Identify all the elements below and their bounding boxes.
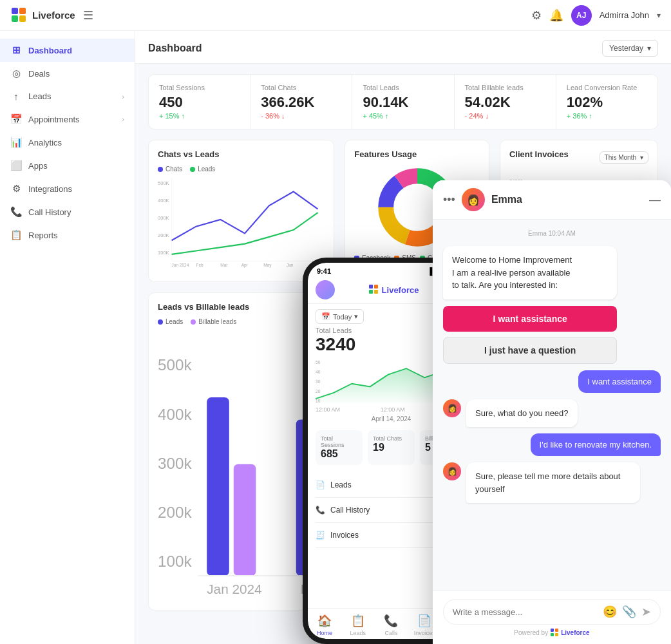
stat-value: 90.14K [363,94,443,111]
powered-by-text: Powered by [514,629,548,636]
stat-change: + 15% ↑ [159,112,240,120]
chat-widget: ••• 👩 Emma — Emma 10:04 AM Welcome to Ho… [433,180,671,644]
svg-text:Jan 2024: Jan 2024 [172,263,189,267]
bell-icon[interactable]: 🔔 [549,8,563,23]
chat-agent-name: Emma [491,194,522,205]
svg-text:Apr: Apr [241,263,249,268]
logo-text: Liveforce [32,10,75,21]
chevron-down-icon[interactable]: ▾ [657,11,661,20]
chat-footer: 😊 📎 ➤ Powered by Liveforce [433,591,671,644]
calls-nav-icon: 📞 [384,614,398,628]
svg-text:300K: 300K [158,215,169,221]
sidebar-item-label: Analytics [28,138,62,147]
apps-icon: ⬜ [10,160,22,171]
phone-nav-leads[interactable]: 📋 Leads [341,614,375,636]
invoices-nav-icon: 📄 [417,614,431,628]
date-label: This Month [605,154,636,161]
svg-rect-44 [234,464,256,576]
emoji-icon[interactable]: 😊 [603,605,617,619]
date-selector[interactable]: Yesterday ▾ [602,40,658,57]
callhistory-icon: 📞 [10,206,22,218]
svg-rect-57 [374,285,378,289]
appointments-icon: 📅 [10,113,22,125]
attachment-icon[interactable]: 📎 [622,605,636,619]
phone-nav-calls[interactable]: 📞 Calls [375,614,408,636]
just-question-button[interactable]: I just have a question [443,337,617,364]
date-selector-label: Yesterday [609,44,643,53]
hamburger-icon[interactable]: ☰ [83,8,93,23]
phone-user-avatar [316,280,335,299]
stat-value: 102% [567,94,647,111]
sidebar-item-reports[interactable]: 📋 Reports [0,223,135,247]
sidebar-item-label: Leads [28,91,51,101]
page-title: Dashboard [148,43,202,54]
menu-item-label: Leads [330,480,352,489]
chart-title: Chats vs Leads [158,149,325,159]
phone-logo-icon [369,285,379,295]
chat-bubble-welcome: Welcome to Home Improvement I am a real-… [443,246,617,299]
phone-nav-home[interactable]: 🏠 Home [308,614,341,636]
line-chart-svg: 500K 400K 300K 200K 100K Jan 2024 Feb Ma… [158,178,325,268]
send-icon[interactable]: ➤ [641,605,651,619]
svg-rect-0 [12,8,18,14]
sidebar-item-dashboard[interactable]: ⊞ Dashboard [0,39,135,62]
chat-options-icon[interactable]: ••• [443,193,455,207]
stat-value: 54.02K [465,94,545,111]
stat-cards-row: Total Sessions 450 + 15% ↑ Total Chats 3… [148,74,658,129]
menu-item-left: 🧾 Invoices [316,531,359,540]
user-message-1: I want assistance [578,370,661,393]
svg-text:100k: 100k [158,553,192,570]
svg-rect-67 [555,629,558,632]
agent-small-avatar-2: 👩 [443,462,461,480]
stat-card-conversion: Lead Conversion Rate 102% + 36% ↑ [556,75,657,129]
svg-text:200k: 200k [158,504,192,521]
user-name: Admirra John [600,10,649,20]
stat-change: + 36% ↑ [567,112,647,120]
sidebar-item-leads[interactable]: ↑ Leads › [0,85,135,108]
stat-label: Total Chats [373,435,410,442]
stat-card-leads: Total Leads 90.14K + 45% ↑ [352,75,454,129]
sidebar-item-deals[interactable]: ◎ Deals [0,62,135,85]
sidebar-item-analytics[interactable]: 📊 Analytics [0,131,135,154]
main-content: Dashboard Yesterday ▾ Total Sessions 450… [135,31,671,644]
minimize-icon[interactable]: — [649,193,661,207]
invoice-icon: 🧾 [316,531,325,540]
liveforce-logo-small [551,629,558,636]
phone-date-label: Today [333,313,352,321]
svg-text:500k: 500k [158,356,192,374]
stat-card-chats: Total Chats 366.26K - 36% ↓ [250,75,352,129]
svg-text:Mar: Mar [220,263,228,267]
want-assistance-button[interactable]: I want assistance [443,306,617,332]
menu-item-left: 📄 Leads [316,480,352,489]
main-layout: ⊞ Dashboard ◎ Deals ↑ Leads › 📅 Appointm… [0,31,671,644]
stat-value: 450 [159,94,240,111]
chat-input[interactable] [453,607,598,617]
chat-header: ••• 👩 Emma — [433,180,671,220]
svg-text:Feb: Feb [196,263,203,267]
svg-text:100K: 100K [158,250,169,256]
svg-rect-2 [12,15,18,22]
powered-by-footer: Powered by Liveforce [443,629,661,636]
stat-value: 366.26K [261,94,341,111]
svg-text:Jan 2024: Jan 2024 [207,582,261,596]
sidebar-item-appointments[interactable]: 📅 Appointments › [0,108,135,131]
svg-text:50: 50 [316,360,321,365]
stat-card-sessions: Total Sessions 450 + 15% ↑ [149,75,250,129]
svg-rect-66 [551,629,554,632]
phone-date-button[interactable]: 📅 Today ▾ [316,309,364,324]
stat-change: - 24% ↓ [465,112,545,120]
sidebar-item-callhistory[interactable]: 📞 Call History [0,200,135,223]
stat-value: 685 [321,448,357,460]
sidebar-item-integrations[interactable]: ⚙ Integrations [0,177,135,200]
svg-rect-43 [207,397,229,576]
stat-label: Total Sessions [159,84,240,91]
analytics-icon: 📊 [10,137,22,148]
chat-input-row: 😊 📎 ➤ [443,599,661,625]
sidebar-item-apps[interactable]: ⬜ Apps [0,154,135,177]
stat-label: Total Billable leads [465,84,545,91]
invoices-date-selector[interactable]: This Month ▾ [600,151,648,164]
home-icon: 🏠 [317,614,332,628]
settings-icon[interactable]: ⚙ [531,8,542,23]
time-label: 12:00 AM [316,406,340,413]
liveforce-brand-label: Liveforce [561,629,589,636]
